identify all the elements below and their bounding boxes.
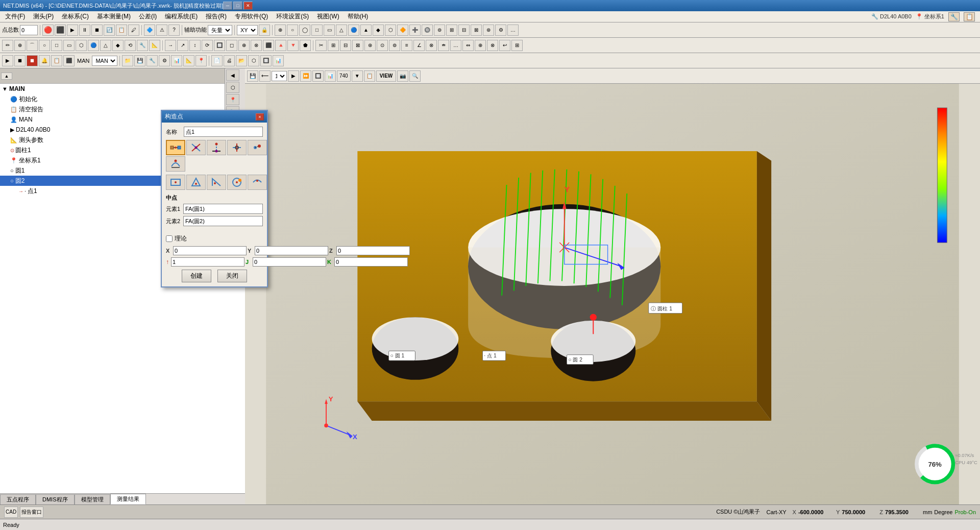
tb3-9[interactable]: 🔧 <box>146 55 158 66</box>
tb-btn-4[interactable]: ⏸ <box>79 25 90 36</box>
tb3-4[interactable]: 🔔 <box>39 55 50 66</box>
icon-offset[interactable] <box>248 140 267 155</box>
vt-report[interactable]: 📋 <box>364 70 375 82</box>
tb2-40[interactable]: ⊗ <box>487 40 498 51</box>
tb-btn-2[interactable]: ⬛ <box>55 25 66 36</box>
element2-input[interactable] <box>183 216 263 226</box>
tb-meas-19[interactable]: ⚙ <box>495 25 506 36</box>
icon-extremal[interactable] <box>166 156 185 172</box>
tb2-20[interactable]: ⊕ <box>238 40 250 51</box>
tb-btn-5[interactable]: ⏹ <box>91 25 103 36</box>
tb-btn-3[interactable]: ▶ <box>67 25 78 36</box>
tb-meas-10[interactable]: ⬡ <box>385 25 396 36</box>
icon-r4[interactable] <box>227 175 247 190</box>
menu-env[interactable]: 环境设置(S) <box>272 11 313 22</box>
tb-btn-1[interactable]: 🔴 <box>42 25 54 36</box>
minimize-button[interactable]: ─ <box>223 2 232 10</box>
tb2-34[interactable]: ∠ <box>413 40 425 51</box>
tb-meas-16[interactable]: ⊟ <box>458 25 470 36</box>
tb2-13[interactable]: 📐 <box>149 40 160 51</box>
vt-dropdown[interactable]: ▼ <box>352 70 363 82</box>
tb2-14[interactable]: → <box>165 40 176 51</box>
name-input[interactable] <box>184 127 263 137</box>
tb-btn-8[interactable]: 🖊 <box>128 25 139 36</box>
assist-func-select[interactable]: 矢量 <box>208 25 232 35</box>
tb-meas-20[interactable]: … <box>507 25 519 36</box>
tb2-7[interactable]: ⬡ <box>76 40 87 51</box>
tb2-35[interactable]: ⊗ <box>426 40 437 51</box>
tb2-8[interactable]: 🔵 <box>88 40 99 51</box>
vt-save[interactable]: 💾 <box>247 70 258 82</box>
vt-frame-select[interactable]: 1 <box>272 71 287 81</box>
tb-meas-3[interactable]: ◯ <box>299 25 310 36</box>
tb2-12[interactable]: 🔧 <box>137 40 148 51</box>
tb2-30[interactable]: ⊛ <box>364 40 376 51</box>
tb-meas-17[interactable]: ⊠ <box>471 25 482 36</box>
icon-project[interactable] <box>207 140 226 155</box>
vt-end[interactable]: ⏩ <box>300 70 311 82</box>
vt-num[interactable]: 740 <box>337 70 351 82</box>
tb2-3[interactable]: ⌒ <box>27 40 38 51</box>
tb3-16[interactable]: 📂 <box>236 55 247 66</box>
tb2-6[interactable]: ▭ <box>63 40 75 51</box>
tb-meas-15[interactable]: ⊞ <box>446 25 457 36</box>
element1-input[interactable] <box>183 204 263 214</box>
tb-meas-4[interactable]: □ <box>311 25 323 36</box>
tb3-12[interactable]: 📐 <box>183 55 194 66</box>
icon-origin[interactable] <box>227 140 247 155</box>
tb2-19[interactable]: ◻ <box>226 40 237 51</box>
tb3-1[interactable]: ▶ <box>2 55 13 66</box>
tb2-26[interactable]: ✂ <box>315 40 327 51</box>
tb3-18[interactable]: 🔲 <box>260 55 272 66</box>
vt-view-btn[interactable]: VIEW <box>376 70 397 82</box>
tab-dmis[interactable]: DMIS程序 <box>36 494 75 504</box>
tb2-31[interactable]: ⊙ <box>377 40 388 51</box>
mode-select[interactable]: MAN DCC <box>92 56 117 66</box>
tab-five-point[interactable]: 五点程序 <box>0 494 36 504</box>
icon-r3[interactable] <box>207 175 226 190</box>
k-value-input[interactable] <box>334 257 408 267</box>
tb3-19[interactable]: 📊 <box>273 55 284 66</box>
tb3-5[interactable]: 📋 <box>51 55 62 66</box>
tb-meas-5[interactable]: ▭ <box>324 25 335 36</box>
toolbar-icon-1[interactable]: 🔧 <box>948 12 960 21</box>
tb-btn-9[interactable]: 🔷 <box>144 25 155 36</box>
toolbar-icon-2[interactable]: 📋 <box>964 12 975 21</box>
i-value-input[interactable] <box>171 257 244 267</box>
tb2-36[interactable]: ≐ <box>438 40 449 51</box>
tree-tb-3[interactable]: 📍 <box>226 94 239 105</box>
tb-btn-10[interactable]: ⚠ <box>156 25 167 36</box>
tb2-21[interactable]: ⊗ <box>251 40 262 51</box>
tb2-29[interactable]: ⊠ <box>352 40 363 51</box>
tb2-23[interactable]: 🔺 <box>275 40 286 51</box>
tb2-37[interactable]: … <box>450 40 461 51</box>
tb2-2[interactable]: ⊕ <box>14 40 26 51</box>
tb-meas-2[interactable]: ○ <box>287 25 298 36</box>
menu-program[interactable]: 编程系统(E) <box>161 11 202 22</box>
tb2-1[interactable]: ✏ <box>2 40 13 51</box>
create-button[interactable]: 创建 <box>182 270 211 282</box>
tb2-25[interactable]: ⬟ <box>300 40 311 51</box>
menu-coord[interactable]: 坐标系(C) <box>58 11 93 22</box>
tree-tb-2[interactable]: ⬡ <box>226 82 239 93</box>
plane-select[interactable]: XY XZ YZ <box>237 25 258 35</box>
tb2-33[interactable]: ≡ <box>401 40 412 51</box>
tb-meas-7[interactable]: 🔵 <box>348 25 359 36</box>
menu-special[interactable]: 专用软件(Q) <box>231 11 272 22</box>
close-dialog-button[interactable]: 关闭 <box>217 270 247 282</box>
icon-midpoint[interactable] <box>166 140 185 155</box>
tb-meas-6[interactable]: △ <box>336 25 347 36</box>
icon-r5[interactable] <box>248 175 267 190</box>
tb2-28[interactable]: ⊟ <box>340 40 351 51</box>
tb-meas-12[interactable]: ➕ <box>409 25 421 36</box>
icon-r1[interactable] <box>166 175 185 190</box>
lock-btn[interactable]: 🔒 <box>259 25 270 36</box>
tb-meas-13[interactable]: 🔘 <box>422 25 433 36</box>
tb3-11[interactable]: 📊 <box>171 55 182 66</box>
j-value-input[interactable] <box>253 257 326 267</box>
tb2-16[interactable]: ↕ <box>189 40 201 51</box>
tb2-18[interactable]: 🔲 <box>214 40 225 51</box>
z-value-input[interactable] <box>336 246 410 255</box>
vt-grid[interactable]: 🔲 <box>312 70 324 82</box>
tb-meas-18[interactable]: ⊛ <box>483 25 494 36</box>
